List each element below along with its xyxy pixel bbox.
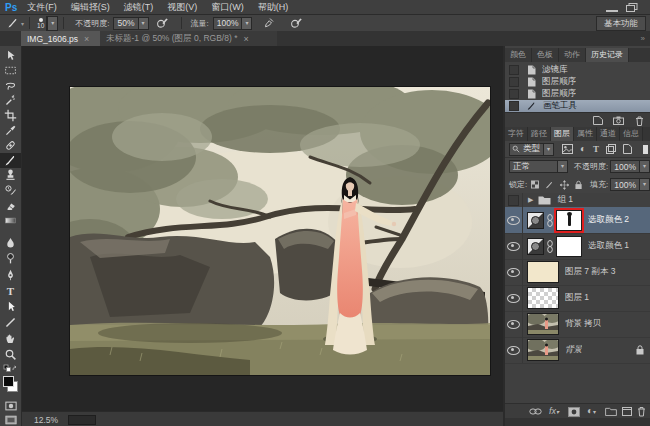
lasso-tool[interactable] [0,78,21,93]
history-item-selected[interactable]: 画笔工具 [505,100,650,112]
menu-edit-select[interactable]: 编辑择(S) [71,1,110,14]
blur-tool[interactable] [0,235,21,250]
filter-adjustment-layers-icon[interactable]: ◐ [580,144,586,154]
add-mask-icon[interactable] [568,407,580,417]
tool-preset-arrow-icon[interactable]: ▾ [21,20,24,27]
dodge-tool[interactable] [0,251,21,266]
layer-thumbnail-photo[interactable] [527,339,559,361]
history-item[interactable]: 图层顺序 [505,88,650,100]
eyedropper-tool[interactable] [0,123,21,138]
close-tab-icon[interactable]: × [84,34,89,44]
mask-link-icon[interactable] [547,240,553,253]
delete-state-trash-icon[interactable] [635,116,644,126]
layer-row-layer7-copy3[interactable]: 图层 7 副本 3 [505,259,650,286]
tab-color[interactable]: 颜色 [505,48,532,62]
airbrush-icon[interactable] [262,17,275,29]
layer-row-background[interactable]: 背景 [505,337,650,364]
gradient-tool[interactable] [0,213,21,228]
menu-view[interactable]: 视图(V) [167,1,197,14]
visibility-toggle[interactable] [505,337,523,363]
tab-history[interactable]: 历史记录 [586,48,629,62]
screen-mode-button[interactable] [0,412,21,426]
menu-help[interactable]: 帮助(H) [258,1,289,14]
rect-marquee-tool[interactable] [0,63,21,78]
layer-row-group[interactable]: ▶ 组 1 [505,193,650,208]
visibility-toggle[interactable] [505,233,523,259]
filter-toggle[interactable] [643,145,648,154]
canvas-photo[interactable] [70,87,490,375]
tab-character[interactable]: 字符 [505,127,528,141]
tab-channels[interactable]: 通道 [597,127,620,141]
visibility-toggle[interactable] [505,285,523,311]
history-item[interactable]: 图层顺序 [505,76,650,88]
close-tab-icon[interactable]: × [243,34,248,44]
new-group-icon[interactable] [605,407,617,416]
blend-mode-dropdown[interactable]: 正常▾ [509,160,568,173]
delete-layer-trash-icon[interactable] [637,406,646,417]
layer-filter-dropdown[interactable]: 类型▾ [509,143,554,156]
tab-layers[interactable]: 图层 [551,127,574,141]
layer-row-selective-color-1[interactable]: 选取颜色 1 [505,233,650,260]
brush-preset-picker[interactable]: 10 [37,18,44,28]
tab-properties[interactable]: 属性 [574,127,597,141]
expand-arrow-icon[interactable]: ▶ [528,196,533,204]
visibility-toggle[interactable] [505,207,523,233]
layer-thumbnail-photo[interactable] [527,313,559,335]
dock-gutter[interactable] [503,46,505,426]
tab-info[interactable]: 信息 [620,127,643,141]
history-source-checkbox[interactable] [509,77,519,87]
layer-row-layer1[interactable]: 图层 1 [505,285,650,312]
filter-shape-layers-icon[interactable] [606,144,616,154]
layer-row-background-copy[interactable]: 背景 拷贝 [505,311,650,338]
visibility-toggle[interactable] [505,311,523,337]
layer-opacity-dropdown[interactable]: 100%▾ [610,160,650,173]
lock-pixels-brush-icon[interactable] [545,180,554,190]
tab-swatches[interactable]: 色板 [532,48,559,62]
adjustment-layer-icon[interactable] [527,212,544,229]
line-tool[interactable] [0,315,21,330]
zoom-level-field[interactable]: 12.5% [34,415,58,425]
history-item[interactable]: 滤镜库 [505,64,650,76]
lock-transparency-icon[interactable] [531,180,539,189]
filter-smart-objects-icon[interactable] [623,144,632,154]
dock-collapse-icon[interactable]: » [641,34,645,43]
menu-window[interactable]: 窗口(W) [211,1,244,14]
lock-all-icon[interactable] [575,180,582,190]
pressure-opacity-icon[interactable] [156,17,169,29]
history-source-checkbox[interactable] [509,89,519,99]
layer-thumbnail-transparent[interactable] [527,287,559,309]
crop-tool[interactable] [0,108,21,123]
history-brush-tool[interactable] [0,183,21,198]
workspace-switcher-button[interactable]: 基本功能 [596,16,646,31]
visibility-toggle[interactable] [505,193,523,207]
canvas-area[interactable] [22,46,503,411]
filter-type-layers-icon[interactable]: T [593,144,599,154]
new-doc-from-state-icon[interactable] [593,116,603,125]
layer-style-fx-icon[interactable]: fx▾ [549,406,559,416]
tab-actions[interactable]: 动作 [559,48,586,62]
brush-tool-preset-icon[interactable] [6,17,20,29]
type-tool[interactable]: T [0,283,21,298]
tab-paths[interactable]: 路径 [528,127,551,141]
layer-thumbnail[interactable] [527,261,559,283]
lock-position-icon[interactable] [560,180,569,190]
eraser-tool[interactable] [0,198,21,213]
move-tool[interactable] [0,48,21,63]
hand-tool[interactable] [0,331,21,346]
flow-dropdown[interactable]: 100%▾ [213,17,253,30]
restore-icon[interactable] [626,3,638,11]
visibility-toggle[interactable] [505,259,523,285]
opacity-dropdown[interactable]: 50%▾ [113,17,148,30]
new-layer-icon[interactable] [622,407,632,416]
new-adjustment-layer-icon[interactable]: ◐▾ [587,405,596,416]
quick-mask-button[interactable] [0,398,21,413]
default-swap-colors-icon[interactable] [0,363,21,373]
menu-file[interactable]: 文件(F) [27,1,57,14]
history-source-checkbox[interactable] [509,65,519,75]
spot-healing-tool[interactable] [0,138,21,153]
layer-mask-thumbnail[interactable] [556,236,582,257]
path-select-tool[interactable] [0,299,21,314]
history-source-checkbox[interactable] [509,101,519,111]
new-snapshot-camera-icon[interactable] [613,116,624,125]
document-info-box[interactable] [68,415,96,425]
